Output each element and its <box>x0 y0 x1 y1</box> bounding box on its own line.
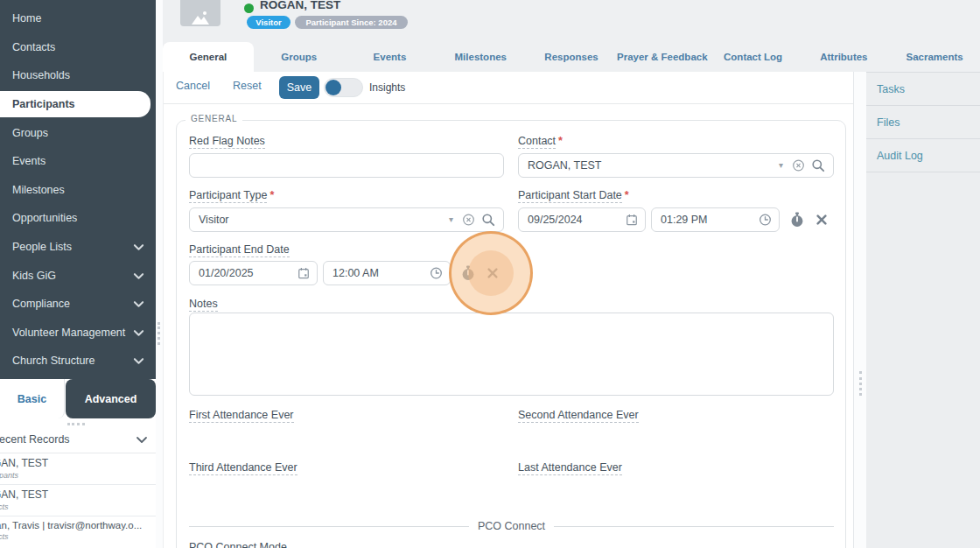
tab-responses[interactable]: Responses <box>526 42 617 72</box>
contact-label: Contact* <box>518 135 563 147</box>
save-button[interactable]: Save <box>279 76 319 99</box>
recent-records-list: ROGAN, TEST Participants ROGAN, TEST Con… <box>0 453 156 548</box>
panel-resize-grip[interactable] <box>67 423 85 425</box>
right-panel-item-audit-log[interactable]: Audit Log <box>866 139 980 172</box>
recent-record-item[interactable]: ROGAN, TEST Participants <box>0 453 156 485</box>
sidebar-item-events[interactable]: Events <box>0 147 156 176</box>
record-form-card: Cancel Reset Save Insights GENERAL Red F… <box>163 72 853 548</box>
sidebar-item-church-structure[interactable]: Church Structure <box>0 347 156 376</box>
notes-textarea[interactable] <box>189 313 834 396</box>
participant-type-label: Participant Type* <box>189 189 274 201</box>
sidebar-item-people-lists[interactable]: People Lists <box>0 233 156 262</box>
start-time-field <box>651 207 780 232</box>
tab-contact-log[interactable]: Contact Log <box>708 42 799 72</box>
sidebar-item-participants[interactable]: Participants <box>0 91 150 117</box>
tab-advanced[interactable]: Advanced <box>66 379 156 418</box>
third-attendance-label: Third Attendance Ever <box>189 461 298 474</box>
presence-dot-icon <box>244 4 254 13</box>
panel-resize-grip[interactable] <box>859 371 862 396</box>
tab-events[interactable]: Events <box>345 42 436 72</box>
tab-milestones[interactable]: Milestones <box>435 42 526 72</box>
participant-type-badge[interactable]: Visitor <box>247 16 290 29</box>
form-toolbar: Cancel Reset Save Insights <box>164 72 853 104</box>
chevron-down-icon <box>133 242 144 252</box>
participant-since-badge: Participant Since: 2024 <box>295 16 408 29</box>
sidebar-item-groups[interactable]: Groups <box>0 118 156 147</box>
chevron-down-icon <box>133 356 144 366</box>
participant-start-date-label: Participant Start Date* <box>518 189 629 201</box>
tab-general[interactable]: General <box>163 42 254 72</box>
first-attendance-label: First Attendance Ever <box>189 409 294 421</box>
red-flag-notes-input[interactable] <box>189 153 504 178</box>
right-panel-item-files[interactable]: Files <box>866 106 980 139</box>
sidebar-item-volunteer-management[interactable]: Volunteer Management <box>0 319 156 348</box>
cancel-button[interactable]: Cancel <box>176 80 210 92</box>
record-tab-bar: General Groups Events Milestones Respons… <box>163 42 980 72</box>
chevron-down-icon <box>133 299 144 309</box>
sidebar-item-opportunities[interactable]: Opportunities <box>0 204 156 233</box>
divider <box>554 526 834 527</box>
pco-connect-section-divider: PCO Connect <box>189 520 834 532</box>
clock-icon[interactable] <box>759 214 772 227</box>
stopwatch-icon[interactable] <box>461 265 475 281</box>
notes-label: Notes <box>189 298 218 310</box>
clear-x-icon[interactable] <box>486 267 499 279</box>
start-date-field <box>518 207 646 232</box>
tab-sacraments[interactable]: Sacraments <box>889 42 980 72</box>
participant-type-combo: ▾ <box>189 207 504 232</box>
sidebar-footer-panel: Basic Advanced Recent Records ROGAN, TES… <box>0 379 156 548</box>
contact-input[interactable] <box>518 153 834 178</box>
general-section-title: GENERAL <box>186 114 242 123</box>
insights-label: Insights <box>369 81 405 94</box>
contact-combo: ▾ <box>518 153 834 178</box>
app-window: Home Contacts Households Participants Gr… <box>0 0 980 548</box>
recent-records-header[interactable]: Recent Records <box>0 430 156 451</box>
sidebar-item-contacts[interactable]: Contacts <box>0 33 156 62</box>
sidebar: Home Contacts Households Participants Gr… <box>0 0 156 379</box>
participant-type-input[interactable] <box>189 207 504 232</box>
last-attendance-label: Last Attendance Ever <box>518 461 622 474</box>
reset-button[interactable]: Reset <box>233 80 262 92</box>
photo-placeholder-icon <box>190 9 211 26</box>
tab-prayer-feedback[interactable]: Prayer & Feedback <box>617 42 708 72</box>
tab-groups[interactable]: Groups <box>254 42 345 72</box>
second-attendance-label: Second Attendance Ever <box>518 409 639 421</box>
recent-records-title: Recent Records <box>0 433 70 446</box>
clear-circle-icon[interactable] <box>792 159 805 172</box>
sidebar-item-households[interactable]: Households <box>0 61 156 90</box>
chevron-down-icon <box>133 270 144 280</box>
end-time-field <box>323 261 451 285</box>
clear-circle-icon[interactable] <box>462 214 475 227</box>
sidebar-resize-grip[interactable] <box>158 322 160 345</box>
chevron-down-icon[interactable] <box>136 434 148 445</box>
end-date-field <box>189 261 318 285</box>
right-panel-item-tasks[interactable]: Tasks <box>866 72 980 106</box>
red-flag-notes-label: Red Flag Notes <box>189 135 265 147</box>
participant-end-date-label: Participant End Date <box>189 243 290 256</box>
stopwatch-icon[interactable] <box>790 212 804 228</box>
panel-resize-strip <box>853 72 866 548</box>
search-icon[interactable] <box>811 158 825 172</box>
sidebar-item-milestones[interactable]: Milestones <box>0 176 156 205</box>
search-icon[interactable] <box>481 213 495 227</box>
clock-icon[interactable] <box>430 267 443 280</box>
calendar-icon[interactable] <box>298 267 310 280</box>
sidebar-item-home[interactable]: Home <box>0 4 156 33</box>
sidebar-resize-strip <box>156 0 163 548</box>
chevron-down-icon <box>133 327 144 337</box>
insights-toggle[interactable] <box>324 78 363 97</box>
record-name: ROGAN, TEST <box>260 0 340 11</box>
tab-attributes[interactable]: Attributes <box>798 42 889 72</box>
avatar[interactable] <box>180 0 220 26</box>
recent-record-item[interactable]: ROGAN, TEST Contacts <box>0 485 156 516</box>
pco-connect-section-title: PCO Connect <box>469 520 554 532</box>
right-panel: Tasks Files Audit Log <box>866 72 980 548</box>
tab-basic[interactable]: Basic <box>0 379 65 418</box>
calendar-icon[interactable] <box>626 214 638 227</box>
divider <box>189 526 469 527</box>
sidebar-item-compliance[interactable]: Compliance <box>0 290 156 319</box>
recent-record-item[interactable]: Rogan, Travis | travisr@northway.o... Co… <box>0 516 156 548</box>
clear-x-icon[interactable] <box>816 214 828 226</box>
sidebar-item-kids-gig[interactable]: Kids GiG <box>0 261 156 290</box>
toggle-knob <box>326 80 341 95</box>
